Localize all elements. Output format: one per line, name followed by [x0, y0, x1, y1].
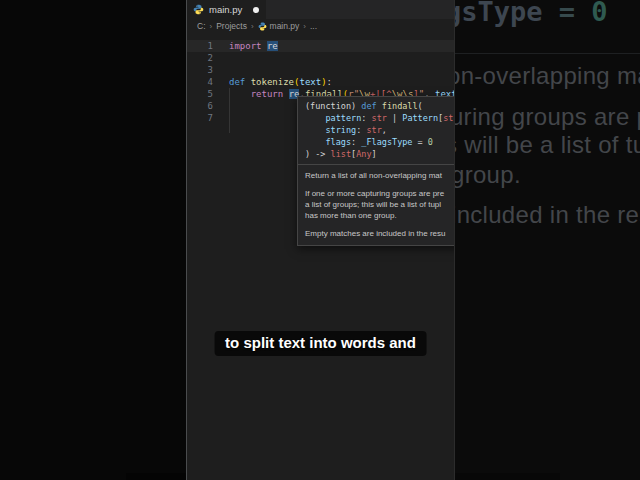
line-number: 7: [187, 112, 213, 124]
breadcrumb-item[interactable]: main.py: [270, 21, 300, 31]
code-line[interactable]: 2: [187, 52, 454, 64]
code-token: str: [443, 113, 455, 123]
breadcrumb[interactable]: C:›Projects›main.py›...: [187, 19, 454, 33]
code-line[interactable]: 3: [187, 64, 454, 76]
breadcrumb-separator: ›: [251, 22, 254, 31]
hover-documentation: Return a list of all non-overlapping mat…: [298, 165, 455, 245]
code-token: :: [327, 77, 332, 87]
code-token: :: [351, 137, 361, 147]
code-token: [229, 89, 251, 99]
background-text: =: [559, 0, 575, 27]
vscode-window: main.py C:›Projects›main.py›... 1import …: [186, 0, 455, 480]
hover-tooltip: (function) def findall( pattern: str | P…: [297, 96, 455, 246]
hover-signature: (function) def findall( pattern: str | P…: [298, 97, 455, 164]
code-token: pattern: [305, 113, 361, 123]
line-number: 5: [187, 88, 213, 100]
code-token: str: [372, 113, 387, 123]
hover-doc-line: If one or more capturing groups are pre: [305, 188, 455, 199]
breadcrumb-item[interactable]: C:: [197, 21, 206, 31]
background-caption-blur: [126, 473, 186, 480]
indent-guide: [229, 88, 230, 133]
code-token: ]: [372, 149, 377, 159]
breadcrumb-separator: ›: [303, 22, 306, 31]
background-blurred-text: included in the resu: [455, 201, 640, 229]
line-number: 2: [187, 52, 213, 64]
code-token: _FlagsType: [361, 137, 412, 147]
hover-signature-line: pattern: str | Pattern[str],: [305, 112, 455, 124]
code-token: (: [418, 101, 423, 111]
hover-doc-line: a list of groups; this will be a list of…: [305, 199, 455, 210]
code-token: return: [251, 89, 289, 99]
code-line[interactable]: 4def tokenize(text):: [187, 76, 454, 88]
hover-signature-line: (function) def findall(: [305, 100, 455, 112]
code-token: Pattern: [402, 113, 438, 123]
breadcrumb-item[interactable]: Projects: [216, 21, 247, 31]
code-token: re: [267, 41, 278, 51]
hover-signature-line: ) -> list[Any]: [305, 148, 455, 160]
hover-doc-paragraph: Empty matches are included in the resu: [305, 228, 455, 239]
code-line[interactable]: 1import re: [187, 40, 454, 52]
code-text: import re: [229, 40, 278, 52]
code-token: 0: [428, 137, 433, 147]
code-token: :: [361, 113, 371, 123]
breadcrumb-item[interactable]: ...: [310, 21, 317, 31]
background-divider: [455, 53, 640, 54]
python-icon: [258, 22, 267, 31]
tab-bar: main.py: [187, 0, 454, 19]
tab-label: main.py: [209, 4, 253, 15]
code-editor[interactable]: 1import re234def tokenize(text):5 return…: [187, 33, 454, 480]
tab-main-py[interactable]: main.py: [187, 0, 266, 19]
hover-doc-line: Empty matches are included in the resu: [305, 228, 455, 239]
line-number: 1: [187, 40, 213, 52]
hover-signature-line: flags: _FlagsType = 0: [305, 136, 455, 148]
code-token: list: [331, 149, 351, 159]
code-token: def: [361, 101, 381, 111]
code-token: =: [413, 137, 428, 147]
subtitle-text: to split text into words and: [225, 334, 416, 351]
hover-doc-paragraph: If one or more capturing groups are prea…: [305, 188, 455, 221]
background-caption-blur: [455, 473, 560, 480]
subtitle-caption: to split text into words and: [214, 331, 427, 356]
hover-signature-line: string: str,: [305, 124, 455, 136]
line-number: 4: [187, 76, 213, 88]
background-text: 0: [591, 0, 607, 27]
hover-doc-line: Return a list of all non-overlapping mat: [305, 170, 455, 181]
line-number: 6: [187, 100, 213, 112]
hover-doc-line: has more than one group.: [305, 210, 455, 221]
code-token: text: [299, 77, 321, 87]
background-blurred-text: group.: [455, 161, 521, 189]
background-blurred-text: on-overlapping mat: [455, 62, 640, 90]
code-token: str: [366, 125, 381, 135]
background-blurred-text: s will be a list of tupl: [455, 131, 640, 159]
code-token: string: [305, 125, 356, 135]
code-token: tokenize: [251, 77, 294, 87]
background-blurred-code: gsType = 0: [455, 0, 608, 27]
hover-doc-paragraph: Return a list of all non-overlapping mat: [305, 170, 455, 181]
code-token: ,: [382, 125, 387, 135]
line-number: 3: [187, 64, 213, 76]
video-frame: gsType = 0 on-overlapping mat turing gro…: [0, 0, 640, 480]
background-right: gsType = 0 on-overlapping mat turing gro…: [455, 0, 640, 480]
background-text: gsType: [455, 0, 543, 27]
code-text: def tokenize(text):: [229, 76, 332, 88]
code-token: import: [229, 41, 267, 51]
python-icon: [193, 4, 204, 15]
code-token: flags: [305, 137, 351, 147]
modified-indicator: [253, 7, 259, 13]
code-token: ) ->: [305, 149, 331, 159]
code-token: (function): [305, 101, 361, 111]
code-token: def: [229, 77, 251, 87]
code-token: Any: [356, 149, 371, 159]
breadcrumb-separator: ›: [210, 22, 213, 31]
code-token: findall: [382, 101, 418, 111]
code-token: :: [356, 125, 366, 135]
code-token: |: [387, 113, 402, 123]
background-blurred-text: turing groups are pre: [455, 103, 640, 131]
